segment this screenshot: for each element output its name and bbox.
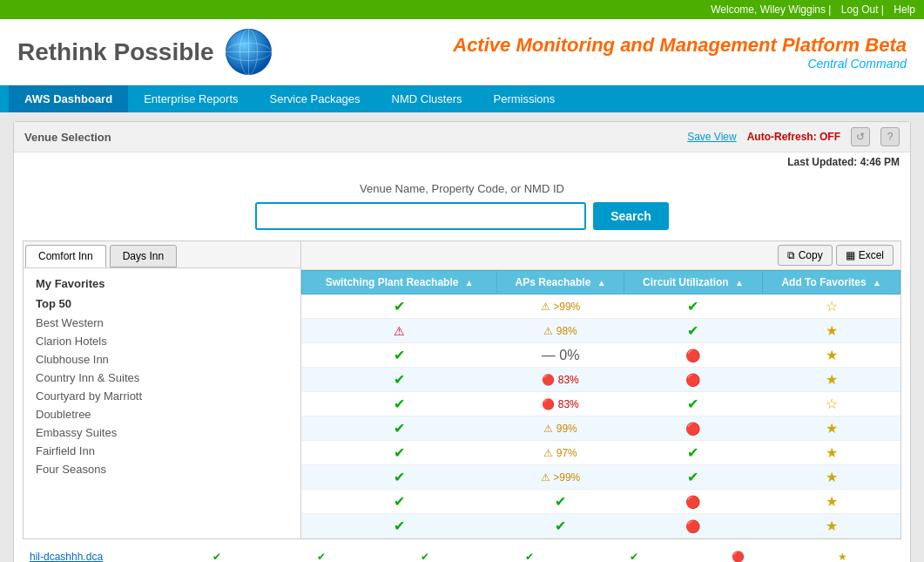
cell-switching: ✔ <box>302 441 497 465</box>
venue-section-top50[interactable]: Top 50 <box>24 294 300 314</box>
cell-fav[interactable]: ★ <box>763 465 900 490</box>
venue-tab-days-inn[interactable]: Days Inn <box>110 245 177 267</box>
table-row: ✔ — 0% 🔴 ★ <box>302 343 900 368</box>
cell-fav[interactable]: ★ <box>763 514 900 538</box>
venue-tab-comfort-inn[interactable]: Comfort Inn <box>25 245 106 267</box>
cell-fav[interactable]: ☆ <box>763 295 900 319</box>
cell-star[interactable]: ★ <box>790 551 894 562</box>
separator2: | <box>881 3 887 16</box>
cell-aps: ⚠ >99% <box>497 465 624 490</box>
search-row: Search <box>255 202 669 230</box>
search-area: Venue Name, Property Code, or NMD ID Sea… <box>14 172 910 240</box>
venue-panel: Comfort Inn Days Inn My Favorites Top 50… <box>23 240 301 539</box>
cell-fav[interactable]: ★ <box>763 343 900 368</box>
help-link[interactable]: Help <box>894 3 915 16</box>
venue-item-best-western[interactable]: Best Western <box>24 314 300 332</box>
cell-circuit: ✔ <box>624 319 763 343</box>
cell-aps: — 0% <box>497 343 624 368</box>
logo-globe-icon <box>225 28 273 76</box>
title-area: Active Monitoring and Management Platfor… <box>453 34 907 71</box>
logo-area: Rethink Possible <box>17 28 273 76</box>
copy-button[interactable]: ⧉ Copy <box>778 245 833 266</box>
logout-link[interactable]: Log Out <box>841 3 879 16</box>
venue-item-doubletree[interactable]: Doubletree <box>24 405 300 423</box>
cell-switching: ✔ <box>302 392 497 416</box>
cell-fav[interactable]: ☆ <box>763 392 900 416</box>
nav: AWS Dashboard Enterprise Reports Service… <box>0 85 924 112</box>
cell-aps: ✔ <box>497 514 624 538</box>
col-switching-plant[interactable]: Switching Plant Reachable ▲ <box>302 271 497 295</box>
cell-green: ✔ <box>373 551 477 562</box>
separator: | <box>828 3 833 16</box>
table-row: ✔ ⚠ 97% ✔ ★ <box>302 441 900 465</box>
cell-fav[interactable]: ★ <box>763 490 900 514</box>
cell-switching: ✔ <box>302 416 497 441</box>
cell-circuit: 🔴 <box>624 514 763 538</box>
col-circuit-utilization[interactable]: Circuit Utilization ▲ <box>624 271 763 295</box>
help-icon[interactable]: ? <box>880 127 900 146</box>
panel: Venue Selection Save View Auto-Refresh: … <box>13 121 911 562</box>
nav-tab-enterprise-reports[interactable]: Enterprise Reports <box>128 85 253 112</box>
cell-circuit: 🔴 <box>624 343 763 368</box>
cell-circuit: ✔ <box>624 441 763 465</box>
venue-item-fairfield-inn[interactable]: Fairfield Inn <box>24 442 300 460</box>
data-panel: ⧉ Copy ▦ Excel Switching Plant Reachable… <box>301 240 901 539</box>
main-title: Active Monitoring and Management Platfor… <box>453 34 907 57</box>
auto-refresh-label: Auto-Refresh: OFF <box>747 131 840 143</box>
table-row: ✔ ⚠ >99% ✔ ☆ <box>302 295 900 319</box>
col-add-favorites[interactable]: Add To Favorites ▲ <box>763 271 900 295</box>
cell-aps: 🔴 83% <box>497 368 624 392</box>
copy-label: Copy <box>799 249 823 261</box>
table-row: ✔ 🔴 83% ✔ ☆ <box>302 392 900 416</box>
cell-circuit: ✔ <box>624 465 763 490</box>
venue-item-clarion-hotels[interactable]: Clarion Hotels <box>24 332 300 350</box>
search-label: Venue Name, Property Code, or NMD ID <box>360 182 564 195</box>
row-link[interactable]: hil-dcashhh.dca <box>30 551 165 562</box>
panel-header: Venue Selection Save View Auto-Refresh: … <box>14 122 910 152</box>
save-view-link[interactable]: Save View <box>687 131 736 143</box>
main-title-text: Active Monitoring and Management Platfor… <box>453 34 860 56</box>
data-table: Switching Plant Reachable ▲ APs Reachabl… <box>301 270 900 538</box>
venue-section-favorites[interactable]: My Favorites <box>24 274 300 294</box>
nav-tab-service-packages[interactable]: Service Packages <box>254 85 376 112</box>
nav-tab-permissions[interactable]: Permissions <box>477 85 570 112</box>
excel-label: Excel <box>859 249 884 261</box>
table-row: ⚠ ⚠ 98% ✔ ★ <box>302 319 900 343</box>
logo-text: Rethink Possible <box>17 38 214 66</box>
table-row: ✔ ✔ 🔴 ★ <box>302 490 900 514</box>
cell-fav[interactable]: ★ <box>763 368 900 392</box>
cell-fav[interactable]: ★ <box>763 416 900 441</box>
cell-switching: ✔ <box>302 490 497 514</box>
venue-item-embassy-suites[interactable]: Embassy Suites <box>24 423 300 442</box>
panel-controls: Save View Auto-Refresh: OFF ↺ ? <box>687 127 900 146</box>
cell-fav[interactable]: ★ <box>763 441 900 465</box>
venue-item-country-inn[interactable]: Country Inn & Suites <box>24 369 300 387</box>
nav-tab-nmd-clusters[interactable]: NMD Clusters <box>376 85 478 112</box>
bottom-rows: hil-dcashhh.dca ✔ ✔ ✔ ✔ ✔ 🔴 ★ hil-houcvh… <box>14 548 910 562</box>
cell-switching: ✔ <box>302 295 497 319</box>
cell-aps: ⚠ 98% <box>497 319 624 343</box>
venue-item-courtyard[interactable]: Courtyard by Marriott <box>24 387 300 405</box>
table-area: Comfort Inn Days Inn My Favorites Top 50… <box>14 240 910 548</box>
beta-label: Beta <box>865 34 907 56</box>
search-input[interactable] <box>255 202 586 230</box>
cell-switching: ✔ <box>302 465 497 490</box>
cell-aps: ⚠ 99% <box>497 416 624 441</box>
refresh-icon[interactable]: ↺ <box>851 127 870 146</box>
panel-title: Venue Selection <box>24 131 111 144</box>
bottom-row: hil-dcashhh.dca ✔ ✔ ✔ ✔ ✔ 🔴 ★ <box>23 548 901 562</box>
search-button[interactable]: Search <box>593 202 669 230</box>
cell-switching: ⚠ <box>302 319 497 343</box>
excel-button[interactable]: ▦ Excel <box>836 245 894 266</box>
nav-tab-aws-dashboard[interactable]: AWS Dashboard <box>9 85 128 112</box>
excel-icon: ▦ <box>846 249 855 261</box>
auto-refresh-status: OFF <box>819 131 840 143</box>
venue-item-clubhouse-inn[interactable]: Clubhouse Inn <box>24 350 300 369</box>
cell-green: ✔ <box>477 551 582 562</box>
venue-item-four-seasons[interactable]: Four Seasons <box>24 460 300 478</box>
table-row: ✔ 🔴 83% 🔴 ★ <box>302 368 900 392</box>
cell-switching: ✔ <box>302 368 497 392</box>
cell-fav[interactable]: ★ <box>763 319 900 343</box>
col-aps-reachable[interactable]: APs Reachable ▲ <box>497 271 624 295</box>
cell-green: ✔ <box>165 551 269 562</box>
